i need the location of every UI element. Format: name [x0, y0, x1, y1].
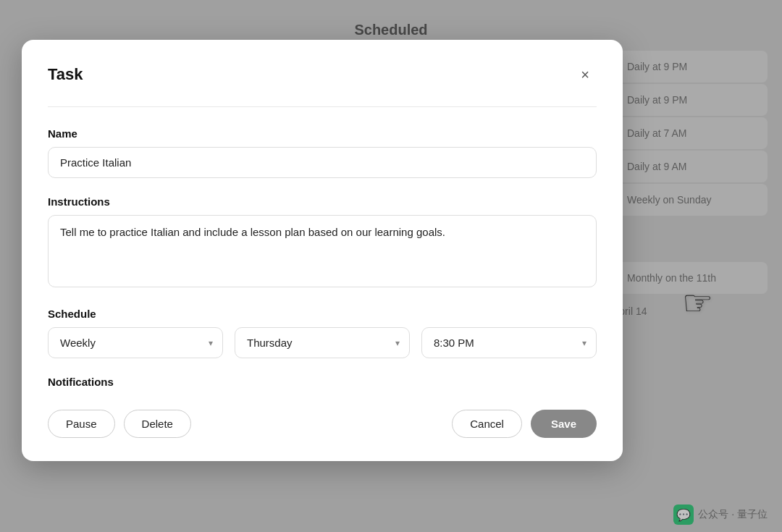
day-select-wrapper: Monday Tuesday Wednesday Thursday Friday…: [235, 327, 410, 358]
day-select[interactable]: Monday Tuesday Wednesday Thursday Friday…: [235, 327, 410, 358]
instructions-field-group: Instructions Tell me to practice Italian…: [48, 195, 597, 290]
delete-button[interactable]: Delete: [124, 410, 191, 438]
footer-right-actions: Cancel Save: [452, 410, 597, 438]
pause-button[interactable]: Pause: [48, 410, 115, 438]
schedule-field-group: Schedule Daily Weekly Monthly ▾ Monday T…: [48, 308, 597, 358]
notifications-label: Notifications: [48, 376, 597, 388]
footer-left-actions: Pause Delete: [48, 410, 191, 438]
task-modal: Task × Name Instructions Tell me to prac…: [22, 40, 623, 461]
time-select[interactable]: 7:00 AM 8:00 AM 9:00 AM 8:30 PM 9:00 PM: [421, 327, 597, 358]
notifications-field-group: Notifications: [48, 376, 597, 388]
name-label: Name: [48, 127, 597, 140]
modal-footer: Pause Delete Cancel Save: [48, 410, 597, 438]
frequency-select[interactable]: Daily Weekly Monthly: [48, 327, 223, 358]
instructions-input[interactable]: Tell me to practice Italian and include …: [48, 215, 597, 287]
name-input[interactable]: [48, 147, 597, 178]
schedule-row: Daily Weekly Monthly ▾ Monday Tuesday We…: [48, 327, 597, 358]
frequency-select-wrapper: Daily Weekly Monthly ▾: [48, 327, 223, 358]
close-button[interactable]: ×: [573, 63, 597, 86]
divider: [48, 106, 597, 107]
name-field-group: Name: [48, 127, 597, 178]
instructions-label: Instructions: [48, 195, 597, 208]
cancel-button[interactable]: Cancel: [452, 410, 522, 438]
time-select-wrapper: 7:00 AM 8:00 AM 9:00 AM 8:30 PM 9:00 PM …: [421, 327, 597, 358]
schedule-label: Schedule: [48, 308, 597, 320]
save-button[interactable]: Save: [531, 410, 597, 438]
modal-title: Task: [48, 65, 83, 84]
modal-header: Task ×: [48, 63, 597, 86]
